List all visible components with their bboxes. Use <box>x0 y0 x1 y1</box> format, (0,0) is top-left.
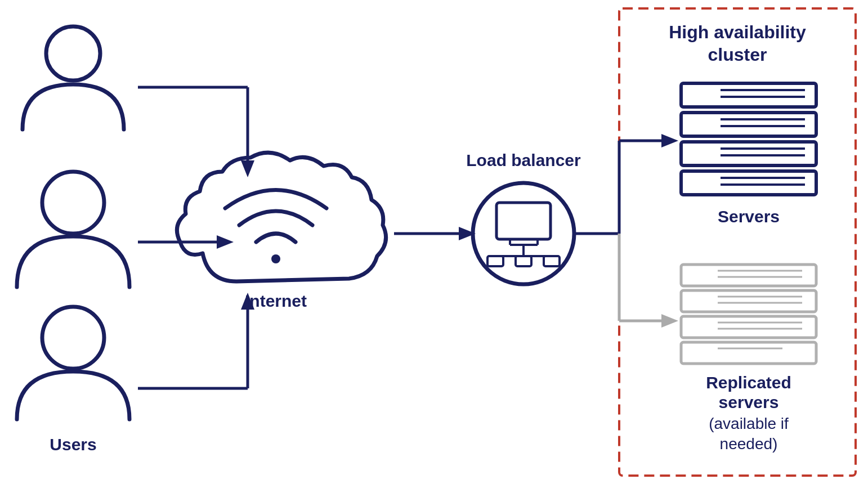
svg-rect-23 <box>544 256 560 266</box>
replicated-servers-icon <box>681 265 816 364</box>
diagram-container: High availability cluster Users <box>0 0 868 497</box>
replicated-label-4: needed) <box>720 435 778 453</box>
svg-point-14 <box>473 183 574 284</box>
svg-point-2 <box>42 307 104 369</box>
svg-point-11 <box>271 254 280 263</box>
svg-rect-34 <box>681 113 816 136</box>
svg-marker-27 <box>661 134 678 147</box>
svg-rect-37 <box>681 142 816 165</box>
replicated-label-3: (available if <box>709 415 789 432</box>
user-2-icon <box>17 172 129 287</box>
svg-rect-52 <box>681 342 816 364</box>
servers-label: Servers <box>718 207 780 226</box>
svg-point-1 <box>42 172 104 234</box>
svg-rect-40 <box>681 171 816 195</box>
svg-marker-5 <box>241 160 254 177</box>
svg-rect-15 <box>496 203 551 239</box>
svg-rect-43 <box>681 265 816 286</box>
svg-marker-7 <box>217 235 234 249</box>
replicated-label-1: Replicated <box>706 373 791 392</box>
svg-rect-46 <box>681 290 816 312</box>
servers-icon <box>681 83 816 195</box>
user-3-icon <box>17 307 129 419</box>
svg-rect-31 <box>681 83 816 107</box>
users-label: Users <box>50 435 96 454</box>
ha-title-line1: High availability <box>669 22 806 42</box>
svg-point-0 <box>46 26 100 80</box>
svg-marker-30 <box>661 314 678 328</box>
internet-label: Internet <box>245 292 307 310</box>
load-balancer-icon <box>473 183 574 284</box>
internet-cloud-icon <box>177 153 386 281</box>
load-balancer-label: Load balancer <box>466 151 581 169</box>
svg-rect-21 <box>487 256 503 266</box>
replicated-label-2: servers <box>719 393 779 411</box>
user-1-icon <box>23 26 124 129</box>
ha-title-line2: cluster <box>708 44 767 65</box>
svg-rect-49 <box>681 316 816 338</box>
svg-rect-22 <box>516 256 531 266</box>
